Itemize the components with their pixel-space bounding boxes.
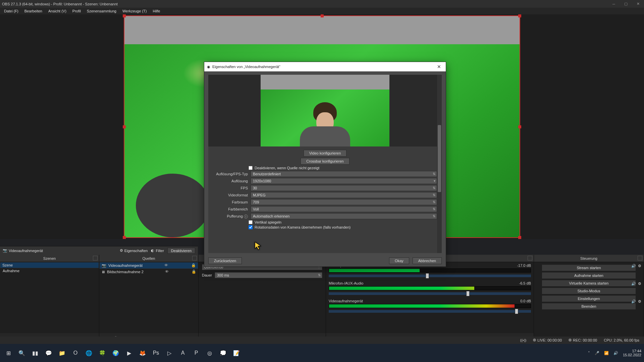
buffering-select[interactable]: Automatisch erkennen⇅: [251, 213, 437, 219]
settings-button[interactable]: Einstellungen: [542, 295, 636, 302]
clock-time: 17:44: [623, 349, 641, 353]
taskbar-app-icon[interactable]: P: [191, 347, 202, 359]
panel-popout-icon[interactable]: [528, 256, 532, 260]
panel-popout-icon[interactable]: [93, 256, 98, 260]
resize-handle[interactable]: [518, 14, 521, 17]
dialog-icon: ◉: [207, 65, 210, 69]
resolution-type-select[interactable]: Benutzerdefiniert⇅: [251, 171, 437, 177]
start-stream-button[interactable]: Stream starten: [542, 264, 636, 271]
color-space-select[interactable]: 709⇅: [251, 199, 437, 205]
taskbar-app-icon[interactable]: 💭: [217, 347, 229, 359]
dialog-titlebar[interactable]: ◉ Eigenschaften von „Videoaufnahmegerät“…: [204, 62, 446, 71]
tray-wifi-icon[interactable]: 📶: [604, 351, 609, 355]
taskbar-app-icon[interactable]: Ps: [150, 347, 162, 359]
taskbar-app-icon[interactable]: 🌐: [83, 347, 95, 359]
source-item[interactable]: 📷 Videoaufnahmegerät 👁 🔒: [99, 262, 198, 269]
resize-handle[interactable]: [321, 14, 324, 17]
resize-handle[interactable]: [518, 125, 521, 128]
taskbar-app-icon[interactable]: ▷: [164, 347, 175, 359]
controls-title: Steuerung: [580, 256, 597, 260]
scenes-panel: Szenen Szene Aufnahme ＋ － ∧ ∨: [0, 255, 99, 342]
tray-volume-icon[interactable]: 🔊: [613, 351, 618, 355]
deactivate-button[interactable]: Deaktivieren: [167, 248, 195, 254]
dialog-scrollbar[interactable]: [437, 75, 442, 253]
panel-popout-icon[interactable]: [638, 256, 642, 260]
lock-toggle-icon[interactable]: 🔒: [192, 269, 196, 274]
info-icon[interactable]: i: [244, 215, 248, 219]
tray-mic-icon[interactable]: 🎤: [595, 351, 599, 355]
monitor-icon: 🖥: [101, 270, 105, 274]
menu-bar: Datei (F) Bearbeiten Ansicht (V) Profil …: [0, 8, 644, 14]
scene-item[interactable]: Szene: [0, 262, 99, 268]
ok-button[interactable]: Okay: [389, 257, 409, 264]
taskbar-app-icon[interactable]: O: [70, 347, 81, 359]
resize-handle[interactable]: [123, 14, 126, 17]
color-range-select[interactable]: Voll⇅: [251, 206, 437, 212]
menu-profile[interactable]: Profil: [70, 8, 84, 14]
taskbar-app-icon[interactable]: 🍀: [97, 347, 108, 359]
duration-value: 300 ms: [217, 273, 229, 277]
defaults-button[interactable]: Zurücksetzen: [208, 257, 242, 264]
visibility-toggle-icon[interactable]: 👁: [165, 269, 170, 274]
volume-slider[interactable]: [329, 275, 531, 277]
start-record-button[interactable]: Aufnahme starten: [542, 272, 636, 279]
windows-taskbar: ⊞🔍▮▮💬📁O🌐🍀🌍▶🦊Ps▷AP◎💭📝 ˄ 🎤 📶 🔊 17:44 15.02…: [0, 344, 644, 362]
taskbar-app-icon[interactable]: ▮▮: [30, 347, 41, 359]
bottom-panels: Szenen Szene Aufnahme ＋ － ∧ ∨ Quellen 📷 …: [0, 255, 644, 342]
scrollbar-thumb[interactable]: [438, 125, 441, 192]
resolution-select[interactable]: 644x362▾: [251, 178, 437, 184]
taskbar-app-icon[interactable]: 💬: [43, 347, 54, 359]
checkbox-label: Rotationsdaten von Kamera übernehmen (fa…: [255, 225, 351, 229]
vertical-flip-checkbox[interactable]: [249, 220, 253, 224]
taskbar-app-icon[interactable]: 📝: [231, 347, 242, 359]
taskbar-clock[interactable]: 17:44 15.02.2022: [623, 349, 641, 357]
volume-slider[interactable]: [329, 310, 531, 313]
menu-help[interactable]: Hilfe: [150, 8, 163, 14]
filters-button[interactable]: ◐ Filter: [151, 248, 164, 253]
menu-scene-collection[interactable]: Szenensammlung: [84, 8, 119, 14]
source-item[interactable]: 🖥 Bildschirmaufnahme 2 👁 🔒: [99, 269, 198, 275]
exit-button[interactable]: Beenden: [542, 303, 636, 310]
use-rotation-checkbox[interactable]: [249, 225, 253, 229]
dialog-close-button[interactable]: ✕: [435, 64, 443, 69]
menu-tools[interactable]: Werkzeuge (T): [120, 8, 150, 14]
taskbar-app-icon[interactable]: ▶: [123, 347, 135, 359]
cpu-fps-label: CPU: 2.0%, 60.00 fps: [604, 338, 639, 342]
field-label: Auflösung: [213, 179, 251, 183]
configure-crossbar-button[interactable]: Crossbar konfigurieren: [301, 158, 349, 165]
window-minimize-button[interactable]: ─: [608, 0, 620, 8]
taskbar-app-icon[interactable]: 🌍: [110, 347, 121, 359]
configure-video-button[interactable]: Video konfigurieren: [304, 150, 347, 157]
window-close-button[interactable]: ✕: [632, 0, 644, 8]
taskbar-app-icon[interactable]: ◎: [204, 347, 215, 359]
duration-input[interactable]: 300 ms⇅: [215, 272, 322, 278]
deactivate-when-hidden-checkbox[interactable]: [249, 166, 253, 170]
source-toolbar: 📷 Videoaufnahmegerät ⚙ Eigenschaften ◐ F…: [0, 246, 198, 255]
resize-handle[interactable]: [518, 236, 521, 239]
volume-slider[interactable]: [329, 292, 531, 295]
checkbox-label: Vertikal spiegeln: [255, 220, 281, 224]
properties-button[interactable]: ⚙ Eigenschaften: [120, 248, 148, 253]
window-maximize-button[interactable]: ▢: [620, 0, 632, 8]
visibility-toggle-icon[interactable]: 👁: [164, 263, 169, 268]
fps-select[interactable]: 30⇅: [251, 185, 437, 191]
studio-mode-button[interactable]: Studio-Modus: [542, 288, 636, 294]
menu-edit[interactable]: Bearbeiten: [22, 8, 45, 14]
network-indicator-icon: ((•)): [520, 338, 527, 342]
video-format-select[interactable]: MJPEG⇅: [251, 192, 437, 198]
panel-popout-icon[interactable]: [192, 256, 197, 260]
lock-toggle-icon[interactable]: 🔒: [191, 263, 196, 268]
resize-handle[interactable]: [123, 236, 126, 239]
taskbar-app-icon[interactable]: 🦊: [137, 347, 148, 359]
start-virtualcam-button[interactable]: Virtuelle Kamera starten: [542, 280, 636, 287]
tray-chevron-icon[interactable]: ˄: [588, 351, 590, 355]
cancel-button[interactable]: Abbrechen: [413, 257, 442, 264]
scene-item[interactable]: Aufnahme: [0, 268, 99, 274]
menu-view[interactable]: Ansicht (V): [46, 8, 69, 14]
menu-file[interactable]: Datei (F): [1, 8, 21, 14]
taskbar-app-icon[interactable]: A: [177, 347, 189, 359]
resize-handle[interactable]: [123, 125, 126, 128]
taskbar-app-icon[interactable]: 📁: [56, 347, 68, 359]
taskbar-app-icon[interactable]: ⊞: [3, 347, 14, 359]
taskbar-app-icon[interactable]: 🔍: [16, 347, 28, 359]
